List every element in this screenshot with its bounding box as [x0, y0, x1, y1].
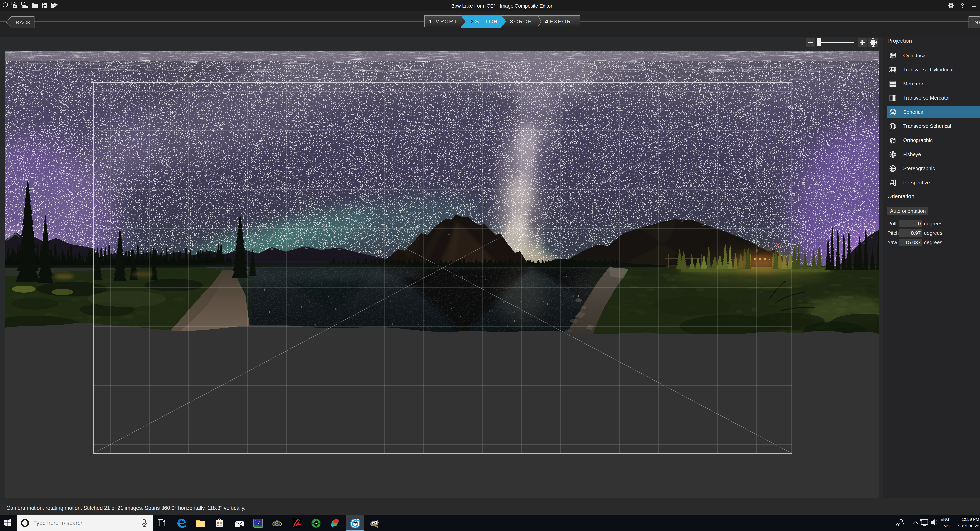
svg-text:NEXT: NEXT	[975, 20, 980, 26]
svg-text:4: 4	[545, 18, 548, 24]
svg-text:2: 2	[471, 18, 474, 24]
svg-text:1: 1	[429, 18, 432, 24]
svg-text:STITCH: STITCH	[475, 18, 498, 24]
svg-text:PHD: PHD	[314, 522, 318, 525]
svg-text:?: ?	[960, 2, 964, 9]
svg-text:IMPORT: IMPORT	[433, 18, 457, 24]
svg-text:EXPORT: EXPORT	[550, 18, 575, 24]
svg-text:CROP: CROP	[514, 18, 532, 24]
svg-text:3: 3	[510, 18, 513, 24]
svg-text:BACK: BACK	[16, 20, 31, 26]
